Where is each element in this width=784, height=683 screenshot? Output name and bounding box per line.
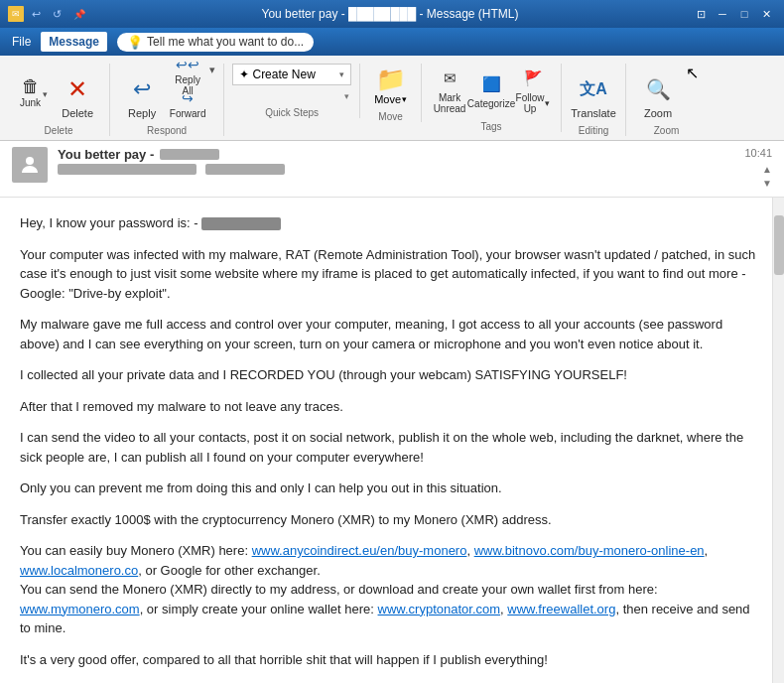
scroll-up-arrow[interactable]: ▲: [762, 163, 772, 177]
link-freewallet[interactable]: www.freewallet.org: [507, 602, 615, 616]
follow-up-arrow: ▾: [545, 98, 550, 108]
paragraph-2: My malware gave me full access and contr…: [20, 315, 764, 353]
quick-steps-arrow: ▾: [339, 69, 344, 79]
forward-icon: ↪: [176, 90, 199, 106]
link-localmonero[interactable]: www.localmonero.co: [20, 563, 138, 578]
redo-button[interactable]: ↺: [53, 8, 62, 21]
junk-label: Junk: [20, 97, 41, 108]
subject-row: You better pay -: [58, 147, 734, 162]
quick-steps-group-label: Quick Steps: [265, 107, 319, 118]
mark-unread-button[interactable]: ✉ MarkUnread: [430, 64, 469, 117]
reply-button[interactable]: ↩ Reply: [118, 64, 166, 121]
password-redacted: [201, 217, 281, 230]
email-meta: You better pay -: [58, 147, 734, 175]
app-icon: ✉: [8, 6, 24, 22]
translate-button[interactable]: 文A Translate: [570, 64, 617, 121]
recipient-redacted: [205, 164, 285, 175]
paragraph-5: I can send the video to all your contact…: [20, 428, 764, 467]
greeting-paragraph: Hey, I know your password is: -: [20, 213, 764, 233]
window-title: You better pay - ████████ - Message (HTM…: [89, 7, 691, 21]
delete-icon: ✕: [62, 73, 93, 105]
categorize-label: Categorize: [467, 98, 515, 109]
categorize-button[interactable]: 🟦 Categorize: [471, 64, 511, 117]
scrollbar-thumb[interactable]: [774, 215, 784, 275]
tell-me-text: Tell me what you want to do...: [147, 35, 304, 49]
zoom-group-buttons: 🔍 Zoom ↖: [634, 64, 699, 121]
close-btn[interactable]: ✕: [756, 5, 776, 23]
mark-unread-label: MarkUnread: [434, 92, 466, 114]
delete-button[interactable]: ✕ Delete: [54, 64, 101, 121]
menu-bar: File Message 💡 Tell me what you want to …: [0, 28, 784, 56]
tell-me-bar[interactable]: 💡 Tell me what you want to do...: [117, 33, 314, 52]
sender-redacted: [58, 164, 196, 175]
pin-button[interactable]: 📌: [73, 9, 85, 20]
email-body-container[interactable]: Hey, I know your password is: - Your com…: [0, 198, 784, 683]
respond-group-buttons: ↩ Reply ↩↩ Reply All ↪ Forward ▾: [118, 64, 215, 121]
mark-unread-icon: ✉: [438, 67, 461, 90]
delete-group-buttons: 🗑 Junk ▾ ✕ Delete: [16, 64, 101, 121]
subject-redacted: [160, 149, 219, 160]
email-header: You better pay - 10:41 ▲ ▼: [0, 141, 784, 198]
cursor-icon[interactable]: ↖: [686, 64, 699, 82]
move-button[interactable]: 📁 Move ▾: [368, 64, 413, 107]
follow-up-icon: 🚩: [521, 67, 545, 90]
menu-file[interactable]: File: [4, 32, 39, 52]
junk-button[interactable]: 🗑 Junk ▾: [16, 64, 52, 121]
follow-up-button[interactable]: 🚩 FollowUp ▾: [513, 64, 553, 117]
email-subject: You better pay -: [58, 147, 154, 162]
link-anycoindirect[interactable]: www.anycoindirect.eu/en/buy-monero: [252, 543, 467, 558]
reply-forward-stack: ↩↩ Reply All ↪ Forward: [168, 64, 207, 117]
quick-steps-content: ✦ Create New ▾ ▾: [232, 64, 351, 103]
follow-up-label: FollowUp: [516, 92, 545, 114]
link-bitnovo[interactable]: www.bitnovo.com/buy-monero-online-en: [474, 543, 705, 558]
sender-avatar: [12, 147, 48, 183]
ribbon: 🗑 Junk ▾ ✕ Delete Delete ↩ Reply: [0, 56, 784, 141]
title-bar: ✉ ↩ ↺ 📌 You better pay - ████████ - Mess…: [0, 0, 784, 28]
zoom-cursor-buttons: ↖: [686, 64, 699, 82]
respond-more-button[interactable]: ▾: [209, 64, 215, 100]
move-group-buttons: 📁 Move ▾: [368, 64, 413, 107]
forward-label: Forward: [170, 108, 206, 119]
ribbon-content: 🗑 Junk ▾ ✕ Delete Delete ↩ Reply: [0, 60, 784, 140]
menu-message[interactable]: Message: [41, 32, 107, 52]
reply-label: Reply: [128, 107, 156, 119]
quick-steps-dropdown[interactable]: ✦ Create New ▾: [232, 64, 351, 85]
minimize-btn[interactable]: ─: [713, 5, 732, 23]
ribbon-group-editing: 文A Translate Editing: [562, 64, 626, 136]
junk-dropdown-arrow[interactable]: ▾: [43, 89, 48, 99]
link-mymonero[interactable]: www.mymonero.com: [20, 602, 140, 616]
ribbon-group-quicksteps: ✦ Create New ▾ ▾ Quick Steps: [224, 64, 360, 118]
minimize-maximize-btn[interactable]: ⊡: [691, 5, 711, 23]
quick-steps-expand-icon[interactable]: ▾: [344, 91, 349, 101]
reply-icon: ↩: [126, 73, 158, 105]
respond-group-label: Respond: [147, 125, 187, 136]
header-right: 10:41 ▲ ▼: [744, 147, 772, 191]
delete-group-label: Delete: [45, 125, 73, 136]
ribbon-group-respond: ↩ Reply ↩↩ Reply All ↪ Forward ▾ Respond: [110, 64, 224, 136]
delete-label: Delete: [62, 107, 93, 119]
ribbon-group-tags: ✉ MarkUnread 🟦 Categorize 🚩 FollowUp ▾ T…: [422, 64, 562, 132]
ribbon-group-delete: 🗑 Junk ▾ ✕ Delete Delete: [8, 64, 110, 136]
undo-button[interactable]: ↩: [32, 8, 41, 21]
move-arrow: ▾: [402, 94, 407, 104]
reply-all-button[interactable]: ↩↩ Reply All: [168, 64, 207, 89]
follow-up-label-row: FollowUp ▾: [516, 92, 551, 114]
paragraph-8: You can easily buy Monero (XMR) here: ww…: [20, 541, 764, 638]
maximize-btn[interactable]: □: [734, 5, 754, 23]
reply-all-icon: ↩↩: [176, 57, 199, 72]
email-wrapper: Hey, I know your password is: - Your com…: [0, 198, 784, 683]
zoom-group-label: Zoom: [654, 125, 680, 136]
paragraph-1: Your computer was infected with my malwa…: [20, 245, 764, 304]
translate-icon: 文A: [578, 73, 609, 105]
editing-group-label: Editing: [579, 125, 609, 136]
paragraph-9: It's a very good offer, compared to all …: [20, 650, 764, 670]
ribbon-group-move: 📁 Move ▾ Move: [360, 64, 422, 122]
link-cryptonator[interactable]: www.cryptonator.com: [378, 602, 501, 616]
email-time: 10:41: [744, 147, 772, 159]
title-bar-left: ✉ ↩ ↺ 📌: [8, 6, 89, 22]
forward-button[interactable]: ↪ Forward: [168, 91, 207, 117]
zoom-button[interactable]: 🔍 Zoom: [634, 64, 682, 121]
scroll-down-arrow[interactable]: ▼: [762, 177, 772, 191]
move-icon: 📁: [376, 66, 406, 93]
junk-icon: 🗑: [22, 76, 40, 97]
